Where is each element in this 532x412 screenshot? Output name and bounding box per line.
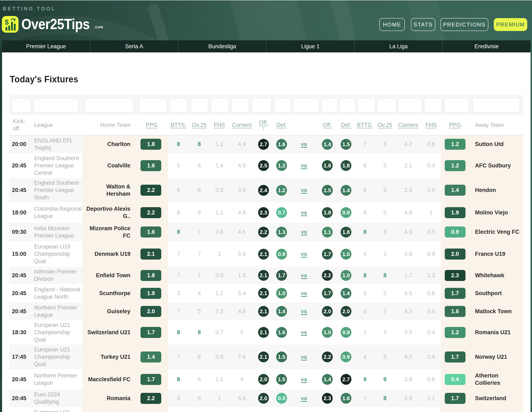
- svg-text:$: $: [5, 18, 9, 26]
